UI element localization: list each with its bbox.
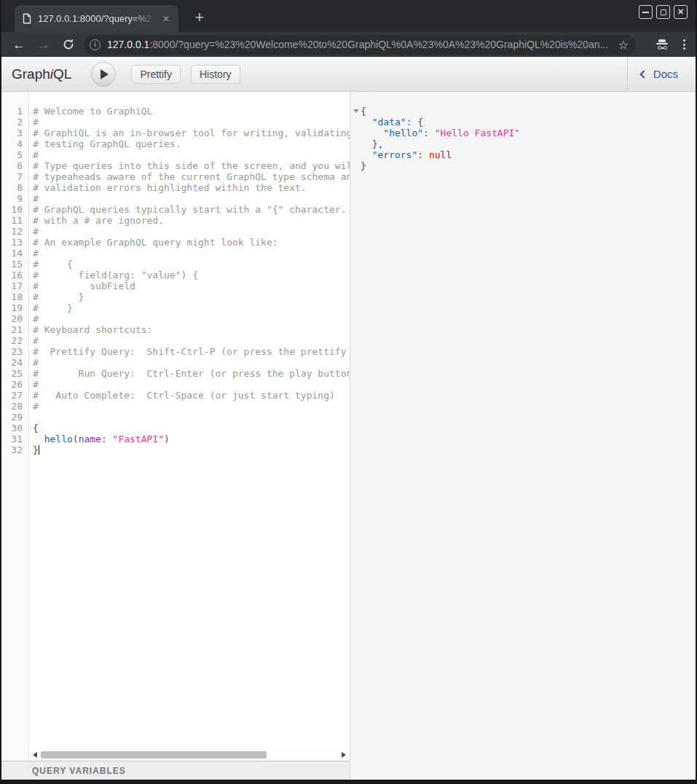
line-number: 23 [1,346,23,357]
scroll-right-arrow-icon[interactable] [342,752,346,758]
reload-button[interactable] [62,38,75,51]
line-number: 7 [1,171,23,182]
result-code: { "data": { "hello": "Hello FastAPI" }, … [350,92,696,171]
result-line: { [361,106,696,117]
tab-strip: 127.0.0.1:8000/?query=%2 ✕ + ✕ [1,0,696,32]
line-number: 2 [1,117,23,128]
line-number: 1 [1,106,23,117]
tab-close-icon[interactable]: ✕ [160,12,173,26]
docs-label: Docs [653,68,678,80]
maximize-button[interactable] [656,5,670,19]
page-favicon-icon [23,13,31,24]
editor-line: # Auto Complete: Ctrl-Space (or just sta… [33,390,350,401]
url-path: :8000/?query=%23%20Welcome%20to%20Graphi… [149,39,608,50]
line-gutter: 1234567891011121314151617181920212223242… [1,92,29,761]
main-area: 1234567891011121314151617181920212223242… [1,92,696,780]
editor-line: # Prettify Query: Shift-Ctrl-P (or press… [33,346,350,357]
window-controls: ✕ [639,5,688,19]
editor-line: # Welcome to GraphiQL [33,106,350,117]
execute-query-button[interactable] [91,62,116,87]
query-variables-bar[interactable]: QUERY VARIABLES [1,761,350,780]
reload-icon [62,38,75,51]
query-variables-title: QUERY VARIABLES [32,766,126,776]
horizontal-scrollbar[interactable] [30,749,349,761]
scroll-left-arrow-icon[interactable] [33,752,37,758]
line-number: 30 [1,423,23,434]
scrollbar-thumb[interactable] [41,751,267,758]
line-number: 20 [1,313,23,324]
browser-tab[interactable]: 127.0.0.1:8000/?query=%2 ✕ [15,5,178,32]
editor-line: { [33,423,350,434]
result-line: "errors": null [361,149,696,160]
editor-line: # } [33,302,350,313]
minimize-icon [642,12,649,13]
editor-line: # GraphQL queries typically start with a… [33,204,350,215]
info-icon[interactable]: i [90,39,101,50]
result-viewer: { "data": { "hello": "Hello FastAPI" }, … [350,92,696,780]
line-number: 21 [1,324,23,335]
line-number: 26 [1,379,23,390]
line-number: 4 [1,138,23,149]
line-number: 16 [1,270,23,281]
query-editor[interactable]: 1234567891011121314151617181920212223242… [1,92,350,761]
line-number: 29 [1,412,23,423]
editor-line: # Keyboard shortcuts: [33,324,350,335]
play-icon [101,69,109,79]
line-number: 10 [1,204,23,215]
tab-title: 127.0.0.1:8000/?query=%2 [38,13,160,24]
line-number: 18 [1,291,23,302]
editor-line: # [33,149,350,160]
browser-window: 127.0.0.1:8000/?query=%2 ✕ + ✕ ← → i 127… [1,0,696,780]
line-number: 13 [1,237,23,248]
editor-line: # [33,117,350,128]
line-number: 27 [1,390,23,401]
graphiql-logo: GraphiQL [12,66,71,82]
address-bar[interactable]: i 127.0.0.1:8000/?query=%23%20Welcome%20… [84,35,636,55]
editor-line: # validation errors highlighted within t… [33,182,350,193]
result-line: "hello": "Hello FastAPI" [361,128,696,138]
editor-line: # [33,379,350,390]
line-number: 12 [1,226,23,237]
editor-line: # subField [33,281,350,291]
line-number: 6 [1,160,23,171]
editor-line: hello(name: "FastAPI") [33,434,350,444]
incognito-icon [655,39,669,50]
line-number: 32 [1,444,23,455]
editor-line: # } [33,291,350,302]
editor-line: # testing GraphQL queries. [33,138,350,149]
editor-line: # GraphiQL is an in-browser tool for wri… [33,128,350,138]
docs-button[interactable]: Docs [627,57,696,91]
query-editor-pane: 1234567891011121314151617181920212223242… [1,92,350,780]
line-number: 28 [1,401,23,412]
back-button[interactable]: ← [12,38,25,51]
editor-line: # [33,313,350,324]
graphiql-toolbar: GraphiQL Prettify History Docs [1,57,696,92]
text-cursor [39,445,39,455]
close-button[interactable]: ✕ [674,5,688,19]
menu-button[interactable] [682,38,687,51]
line-number: 31 [1,434,23,444]
editor-line: # with a # are ignored. [33,215,350,226]
editor-line: # [33,226,350,237]
editor-line: # [33,401,350,412]
line-number: 24 [1,357,23,368]
editor-line: # [33,248,350,259]
editor-line: # { [33,259,350,270]
editor-line: } [33,444,350,455]
editor-line: # Type queries into this side of the scr… [33,160,350,171]
editor-line: # [33,193,350,204]
minimize-button[interactable] [639,5,653,19]
result-line: }, [361,138,696,149]
line-number: 17 [1,281,23,291]
prettify-button[interactable]: Prettify [131,65,181,84]
new-tab-button[interactable]: + [189,7,210,28]
forward-button[interactable]: → [37,38,50,51]
history-button[interactable]: History [191,65,240,84]
line-number: 22 [1,335,23,346]
url-host: 127.0.0.1 [107,39,149,50]
bookmark-star-icon[interactable]: ☆ [618,38,629,52]
fold-arrow-icon[interactable] [353,109,359,113]
line-number: 19 [1,302,23,313]
editor-line: # [33,335,350,346]
line-number: 11 [1,215,23,226]
